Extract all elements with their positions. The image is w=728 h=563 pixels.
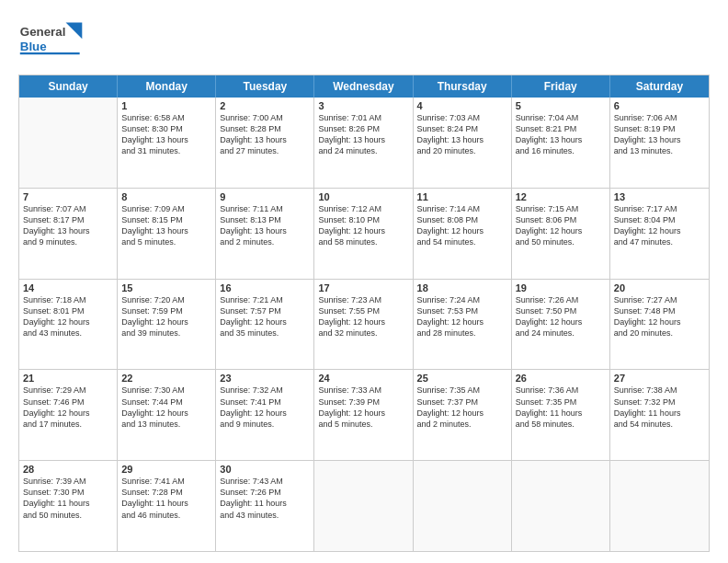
calendar-cell	[314, 461, 413, 551]
day-number: 24	[318, 373, 408, 384]
day-number: 28	[23, 464, 113, 475]
calendar-cell: 23Sunrise: 7:32 AM Sunset: 7:41 PM Dayli…	[216, 370, 314, 460]
weekday-header-saturday: Saturday	[610, 75, 709, 98]
cell-info: Sunrise: 7:38 AM Sunset: 7:32 PM Dayligh…	[614, 385, 705, 430]
svg-marker-1	[66, 22, 83, 39]
cell-info: Sunrise: 7:04 AM Sunset: 8:21 PM Dayligh…	[516, 112, 606, 157]
cell-info: Sunrise: 7:41 AM Sunset: 7:28 PM Dayligh…	[121, 476, 211, 521]
day-number: 29	[121, 464, 211, 475]
day-number: 26	[516, 373, 606, 384]
day-number: 30	[220, 464, 310, 475]
weekday-header-tuesday: Tuesday	[216, 75, 314, 98]
day-number: 13	[614, 191, 705, 202]
day-number: 25	[417, 373, 507, 384]
cell-info: Sunrise: 7:39 AM Sunset: 7:30 PM Dayligh…	[23, 476, 113, 521]
calendar-row-4: 28Sunrise: 7:39 AM Sunset: 7:30 PM Dayli…	[19, 461, 709, 551]
cell-info: Sunrise: 7:15 AM Sunset: 8:06 PM Dayligh…	[516, 203, 606, 248]
cell-info: Sunrise: 7:00 AM Sunset: 8:28 PM Dayligh…	[220, 112, 310, 157]
cell-info: Sunrise: 7:06 AM Sunset: 8:19 PM Dayligh…	[614, 112, 705, 157]
calendar-cell: 17Sunrise: 7:23 AM Sunset: 7:55 PM Dayli…	[314, 280, 413, 370]
logo-svg: General Blue	[18, 15, 92, 65]
calendar-header: SundayMondayTuesdayWednesdayThursdayFrid…	[19, 75, 709, 98]
calendar-cell: 1Sunrise: 6:58 AM Sunset: 8:30 PM Daylig…	[118, 98, 216, 188]
calendar-cell	[19, 98, 118, 188]
calendar-cell	[512, 461, 610, 551]
calendar-cell: 4Sunrise: 7:03 AM Sunset: 8:24 PM Daylig…	[414, 98, 512, 188]
calendar-cell: 10Sunrise: 7:12 AM Sunset: 8:10 PM Dayli…	[314, 189, 413, 279]
cell-info: Sunrise: 7:21 AM Sunset: 7:57 PM Dayligh…	[220, 294, 310, 339]
calendar-cell: 14Sunrise: 7:18 AM Sunset: 8:01 PM Dayli…	[19, 280, 118, 370]
day-number: 23	[220, 373, 310, 384]
calendar-cell: 26Sunrise: 7:36 AM Sunset: 7:35 PM Dayli…	[512, 370, 610, 460]
cell-info: Sunrise: 7:32 AM Sunset: 7:41 PM Dayligh…	[220, 385, 310, 430]
weekday-header-sunday: Sunday	[19, 75, 118, 98]
calendar-cell: 28Sunrise: 7:39 AM Sunset: 7:30 PM Dayli…	[19, 461, 118, 551]
calendar-cell: 21Sunrise: 7:29 AM Sunset: 7:46 PM Dayli…	[19, 370, 118, 460]
day-number: 22	[121, 373, 211, 384]
calendar: SundayMondayTuesdayWednesdayThursdayFrid…	[18, 75, 710, 552]
cell-info: Sunrise: 7:29 AM Sunset: 7:46 PM Dayligh…	[23, 385, 113, 430]
weekday-header-thursday: Thursday	[414, 75, 512, 98]
cell-info: Sunrise: 6:58 AM Sunset: 8:30 PM Dayligh…	[121, 112, 211, 157]
day-number: 2	[220, 100, 310, 111]
cell-info: Sunrise: 7:35 AM Sunset: 7:37 PM Dayligh…	[417, 385, 507, 430]
cell-info: Sunrise: 7:03 AM Sunset: 8:24 PM Dayligh…	[417, 112, 507, 157]
cell-info: Sunrise: 7:43 AM Sunset: 7:26 PM Dayligh…	[220, 476, 310, 521]
calendar-cell: 3Sunrise: 7:01 AM Sunset: 8:26 PM Daylig…	[314, 98, 413, 188]
calendar-row-2: 14Sunrise: 7:18 AM Sunset: 8:01 PM Dayli…	[19, 280, 709, 371]
calendar-cell: 25Sunrise: 7:35 AM Sunset: 7:37 PM Dayli…	[414, 370, 512, 460]
calendar-row-0: 1Sunrise: 6:58 AM Sunset: 8:30 PM Daylig…	[19, 98, 709, 189]
calendar-cell: 13Sunrise: 7:17 AM Sunset: 8:04 PM Dayli…	[610, 189, 709, 279]
cell-info: Sunrise: 7:09 AM Sunset: 8:15 PM Dayligh…	[121, 203, 211, 248]
page-header: General Blue	[18, 15, 710, 65]
calendar-row-1: 7Sunrise: 7:07 AM Sunset: 8:17 PM Daylig…	[19, 189, 709, 280]
calendar-cell: 27Sunrise: 7:38 AM Sunset: 7:32 PM Dayli…	[610, 370, 709, 460]
weekday-header-wednesday: Wednesday	[314, 75, 413, 98]
calendar-cell: 11Sunrise: 7:14 AM Sunset: 8:08 PM Dayli…	[414, 189, 512, 279]
day-number: 8	[121, 191, 211, 202]
calendar-body: 1Sunrise: 6:58 AM Sunset: 8:30 PM Daylig…	[19, 98, 709, 551]
calendar-row-3: 21Sunrise: 7:29 AM Sunset: 7:46 PM Dayli…	[19, 370, 709, 461]
day-number: 18	[417, 282, 507, 293]
calendar-page: General Blue SundayMondayTuesdayWednesda…	[0, 0, 728, 563]
cell-info: Sunrise: 7:30 AM Sunset: 7:44 PM Dayligh…	[121, 385, 211, 430]
calendar-cell: 12Sunrise: 7:15 AM Sunset: 8:06 PM Dayli…	[512, 189, 610, 279]
calendar-cell: 15Sunrise: 7:20 AM Sunset: 7:59 PM Dayli…	[118, 280, 216, 370]
calendar-cell: 8Sunrise: 7:09 AM Sunset: 8:15 PM Daylig…	[118, 189, 216, 279]
calendar-cell	[610, 461, 709, 551]
cell-info: Sunrise: 7:33 AM Sunset: 7:39 PM Dayligh…	[318, 385, 408, 430]
day-number: 15	[121, 282, 211, 293]
calendar-cell: 7Sunrise: 7:07 AM Sunset: 8:17 PM Daylig…	[19, 189, 118, 279]
cell-info: Sunrise: 7:36 AM Sunset: 7:35 PM Dayligh…	[516, 385, 606, 430]
day-number: 9	[220, 191, 310, 202]
calendar-cell: 6Sunrise: 7:06 AM Sunset: 8:19 PM Daylig…	[610, 98, 709, 188]
cell-info: Sunrise: 7:17 AM Sunset: 8:04 PM Dayligh…	[614, 203, 705, 248]
logo: General Blue	[18, 15, 92, 65]
day-number: 17	[318, 282, 408, 293]
day-number: 7	[23, 191, 113, 202]
weekday-header-monday: Monday	[118, 75, 216, 98]
calendar-cell: 16Sunrise: 7:21 AM Sunset: 7:57 PM Dayli…	[216, 280, 314, 370]
day-number: 14	[23, 282, 113, 293]
day-number: 3	[318, 100, 408, 111]
cell-info: Sunrise: 7:01 AM Sunset: 8:26 PM Dayligh…	[318, 112, 408, 157]
svg-text:Blue: Blue	[20, 40, 47, 53]
weekday-header-friday: Friday	[512, 75, 610, 98]
day-number: 1	[121, 100, 211, 111]
day-number: 27	[614, 373, 705, 384]
day-number: 12	[516, 191, 606, 202]
calendar-cell: 19Sunrise: 7:26 AM Sunset: 7:50 PM Dayli…	[512, 280, 610, 370]
day-number: 5	[516, 100, 606, 111]
calendar-cell: 20Sunrise: 7:27 AM Sunset: 7:48 PM Dayli…	[610, 280, 709, 370]
cell-info: Sunrise: 7:18 AM Sunset: 8:01 PM Dayligh…	[23, 294, 113, 339]
cell-info: Sunrise: 7:11 AM Sunset: 8:13 PM Dayligh…	[220, 203, 310, 248]
day-number: 6	[614, 100, 705, 111]
day-number: 21	[23, 373, 113, 384]
calendar-cell: 22Sunrise: 7:30 AM Sunset: 7:44 PM Dayli…	[118, 370, 216, 460]
cell-info: Sunrise: 7:20 AM Sunset: 7:59 PM Dayligh…	[121, 294, 211, 339]
calendar-cell	[414, 461, 512, 551]
calendar-cell: 24Sunrise: 7:33 AM Sunset: 7:39 PM Dayli…	[314, 370, 413, 460]
svg-text:General: General	[20, 25, 66, 39]
calendar-cell: 29Sunrise: 7:41 AM Sunset: 7:28 PM Dayli…	[118, 461, 216, 551]
day-number: 16	[220, 282, 310, 293]
